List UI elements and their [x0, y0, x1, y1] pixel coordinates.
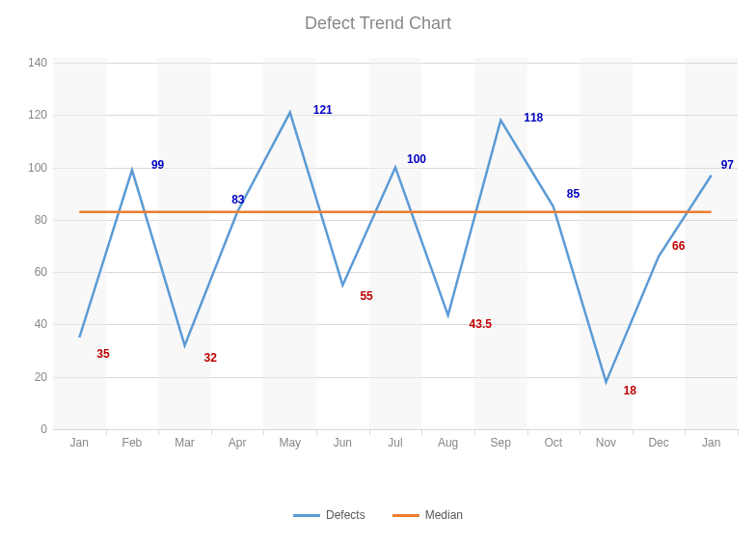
y-tick-label: 20 [9, 370, 47, 384]
x-tick-label: Mar [175, 436, 195, 449]
data-label: 85 [567, 187, 580, 201]
x-tick-label: May [279, 436, 301, 449]
data-label: 100 [407, 152, 426, 166]
y-tick-label: 140 [9, 56, 47, 69]
data-label: 55 [360, 289, 372, 303]
data-label: 118 [524, 111, 543, 124]
chart-plot-area: 359932831215510043.511885186697 [53, 63, 738, 429]
x-tick-label: Apr [229, 436, 247, 449]
x-axis: JanFebMarAprMayJunJulAugSepOctNovDecJan [53, 436, 738, 455]
data-label: 35 [96, 347, 109, 361]
data-label: 99 [151, 158, 164, 172]
legend-item: Defects [293, 508, 365, 522]
y-tick-label: 60 [9, 265, 47, 279]
gridline [53, 429, 738, 430]
chart-title: Defect Trend Chart [0, 0, 756, 40]
legend-swatch [392, 514, 419, 517]
legend-label: Median [425, 508, 463, 522]
x-tick-label: Feb [122, 436, 143, 449]
data-label: 83 [231, 193, 244, 206]
legend-item: Median [392, 508, 463, 522]
data-label: 97 [721, 158, 734, 172]
data-label: 66 [672, 239, 685, 253]
data-label: 18 [623, 384, 635, 397]
x-tick-label: Jul [388, 436, 402, 449]
y-tick-label: 100 [9, 161, 47, 175]
y-tick-label: 40 [9, 317, 47, 331]
x-tick-label: Jan [702, 436, 720, 449]
legend-swatch [293, 514, 320, 517]
series-defects [79, 113, 711, 383]
y-tick-label: 80 [9, 213, 47, 227]
x-tick-label: Nov [596, 436, 616, 449]
y-tick-label: 120 [9, 108, 47, 122]
chart-legend: DefectsMedian [0, 506, 756, 523]
x-tick-label: Sep [491, 436, 511, 449]
x-tick-label: Jun [334, 436, 352, 449]
x-tick-label: Jan [70, 436, 89, 449]
legend-label: Defects [326, 508, 365, 522]
x-tick-label: Dec [648, 436, 668, 449]
data-label: 32 [204, 351, 217, 365]
x-tick-label: Aug [438, 436, 458, 449]
data-label: 121 [313, 103, 333, 117]
x-tick-label: Oct [545, 436, 563, 449]
data-label: 43.5 [470, 317, 492, 331]
y-tick-label: 0 [9, 422, 47, 436]
